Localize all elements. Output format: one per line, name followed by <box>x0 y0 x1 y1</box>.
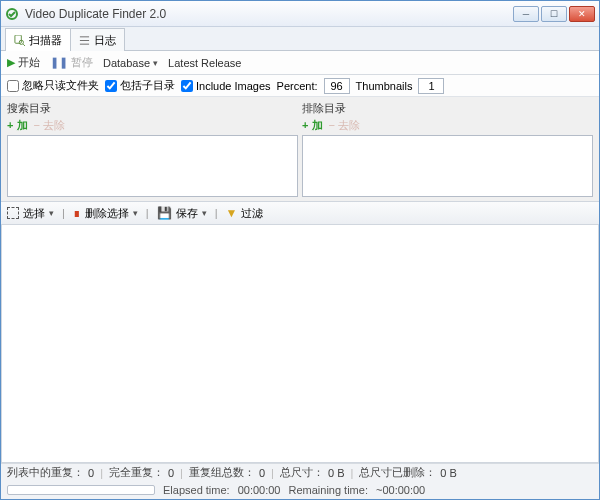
select-menu[interactable]: 选择 <box>7 206 54 221</box>
exclude-dirs-list[interactable] <box>302 135 593 197</box>
latest-release-label: Latest Release <box>168 57 241 69</box>
total-size-value: 0 B <box>328 467 345 479</box>
window-buttons: ─ ☐ ✕ <box>513 6 595 22</box>
results-toolbar: 选择 | ∎ 删除选择 | 💾 保存 | ▼ 过滤 <box>1 201 599 225</box>
exclude-dirs-buttons: + 加 − 去除 <box>302 117 593 135</box>
progress-bar <box>7 485 155 495</box>
include-subdirs-label: 包括子目录 <box>120 78 175 93</box>
search-remove-button[interactable]: − 去除 <box>34 118 66 133</box>
start-label: 开始 <box>18 55 40 70</box>
database-label: Database <box>103 57 150 69</box>
delete-selection-label: 删除选择 <box>85 206 129 221</box>
tab-log[interactable]: 日志 <box>70 28 125 51</box>
ignore-readonly-input[interactable] <box>7 80 19 92</box>
dup-groups-value: 0 <box>259 467 265 479</box>
size-removed-value: 0 B <box>440 467 457 479</box>
remaining-value: ~00:00:00 <box>376 484 425 496</box>
percent-label: Percent: <box>277 80 318 92</box>
status-bar: 列表中的重复： 0 | 完全重复： 0 | 重复组总数： 0 | 总尺寸： 0 … <box>1 463 599 481</box>
include-images-input[interactable] <box>181 80 193 92</box>
elapsed-label: Elapsed time: <box>163 484 230 496</box>
pause-button[interactable]: ❚❚ 暂停 <box>50 55 93 70</box>
dup-groups-label: 重复组总数： <box>189 465 255 480</box>
dup-in-list-label: 列表中的重复： <box>7 465 84 480</box>
dup-in-list-value: 0 <box>88 467 94 479</box>
separator: | <box>215 207 218 219</box>
tab-scanner[interactable]: 扫描器 <box>5 28 71 51</box>
pause-icon: ❚❚ <box>50 56 68 69</box>
include-subdirs-checkbox[interactable]: 包括子目录 <box>105 78 175 93</box>
thumbnails-label: Thumbnails <box>356 80 413 92</box>
ignore-readonly-checkbox[interactable]: 忽略只读文件夹 <box>7 78 99 93</box>
search-remove-label: 去除 <box>43 119 65 131</box>
include-subdirs-input[interactable] <box>105 80 117 92</box>
search-dirs-buttons: + 加 − 去除 <box>7 117 298 135</box>
search-add-button[interactable]: + 加 <box>7 118 28 133</box>
document-search-icon <box>14 35 25 46</box>
tab-scanner-label: 扫描器 <box>29 33 62 48</box>
maximize-button[interactable]: ☐ <box>541 6 567 22</box>
save-label: 保存 <box>176 206 198 221</box>
size-removed-label: 总尺寸已删除： <box>359 465 436 480</box>
include-images-label: Include Images <box>196 80 271 92</box>
full-dup-value: 0 <box>168 467 174 479</box>
separator: | <box>146 207 149 219</box>
total-size-label: 总尺寸： <box>280 465 324 480</box>
titlebar: Video Duplicate Finder 2.0 ─ ☐ ✕ <box>1 1 599 27</box>
app-icon <box>5 7 19 21</box>
svg-rect-1 <box>15 35 21 43</box>
options-bar: 忽略只读文件夹 包括子目录 Include Images Percent: 96… <box>1 75 599 97</box>
app-window: Video Duplicate Finder 2.0 ─ ☐ ✕ 扫描器 日志 … <box>0 0 600 500</box>
latest-release-button[interactable]: Latest Release <box>168 57 241 69</box>
full-dup-label: 完全重复： <box>109 465 164 480</box>
results-list[interactable] <box>1 225 599 463</box>
tab-bar: 扫描器 日志 <box>1 27 599 51</box>
plus-icon: + <box>302 119 308 131</box>
directories-row: 搜索目录 + 加 − 去除 排除目录 + 加 <box>1 97 599 201</box>
exclude-dirs-title: 排除目录 <box>302 99 593 117</box>
close-button[interactable]: ✕ <box>569 6 595 22</box>
exclude-add-label: 加 <box>312 119 323 131</box>
exclude-add-button[interactable]: + 加 <box>302 118 323 133</box>
pause-label: 暂停 <box>71 55 93 70</box>
search-dirs-list[interactable] <box>7 135 298 197</box>
percent-input[interactable]: 96 <box>324 78 350 94</box>
time-bar: Elapsed time: 00:00:00 Remaining time: ~… <box>1 481 599 499</box>
search-add-label: 加 <box>17 119 28 131</box>
filter-icon: ▼ <box>226 206 238 220</box>
select-label: 选择 <box>23 206 45 221</box>
search-directories-panel: 搜索目录 + 加 − 去除 <box>7 99 298 197</box>
save-icon: 💾 <box>157 206 172 220</box>
select-icon <box>7 207 19 219</box>
exclude-directories-panel: 排除目录 + 加 − 去除 <box>302 99 593 197</box>
search-dirs-title: 搜索目录 <box>7 99 298 117</box>
tab-log-label: 日志 <box>94 33 116 48</box>
save-menu[interactable]: 💾 保存 <box>157 206 207 221</box>
start-button[interactable]: ▶ 开始 <box>7 55 40 70</box>
filter-button[interactable]: ▼ 过滤 <box>226 206 264 221</box>
include-images-checkbox[interactable]: Include Images <box>181 80 271 92</box>
exclude-remove-button[interactable]: − 去除 <box>329 118 361 133</box>
ignore-readonly-label: 忽略只读文件夹 <box>22 78 99 93</box>
plus-icon: + <box>7 119 13 131</box>
minus-icon: − <box>329 119 335 131</box>
filter-label: 过滤 <box>241 206 263 221</box>
trash-icon: ∎ <box>73 206 81 220</box>
play-icon: ▶ <box>7 56 15 69</box>
database-menu[interactable]: Database <box>103 57 158 69</box>
minus-icon: − <box>34 119 40 131</box>
exclude-remove-label: 去除 <box>338 119 360 131</box>
remaining-label: Remaining time: <box>288 484 367 496</box>
svg-line-3 <box>23 44 25 46</box>
elapsed-value: 00:00:00 <box>238 484 281 496</box>
list-icon <box>79 35 90 46</box>
thumbnails-input[interactable]: 1 <box>418 78 444 94</box>
delete-selection-menu[interactable]: ∎ 删除选择 <box>73 206 138 221</box>
window-title: Video Duplicate Finder 2.0 <box>25 7 513 21</box>
main-toolbar: ▶ 开始 ❚❚ 暂停 Database Latest Release <box>1 51 599 75</box>
separator: | <box>62 207 65 219</box>
minimize-button[interactable]: ─ <box>513 6 539 22</box>
